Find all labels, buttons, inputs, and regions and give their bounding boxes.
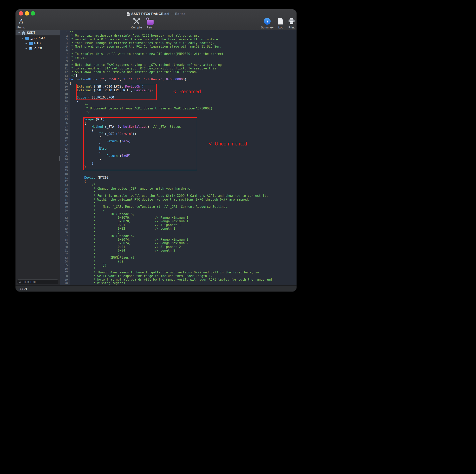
line-number: 11 (60, 67, 69, 70)
code-line: 21 /* (60, 103, 296, 107)
printer-icon (288, 18, 295, 25)
print-label: Print (289, 26, 295, 29)
line-number: 49 (60, 205, 69, 208)
code-line: 41 Device (RTC0) (60, 176, 296, 180)
line-number: 37 (60, 161, 69, 165)
line-number: 51 (60, 212, 69, 216)
line-number: 23 (60, 110, 69, 114)
log-label: Log (278, 26, 283, 29)
line-number: 33 (60, 147, 69, 151)
summary-button[interactable]: i Summary (261, 17, 274, 29)
code-line: 51 * IO (Decode16, (60, 212, 296, 216)
line-number: 9 (60, 59, 69, 63)
compile-tools-icon (133, 18, 140, 25)
code-line: 48 * (60, 201, 296, 205)
filter-tree-input[interactable]: Filter Tree (17, 279, 58, 284)
line-number: 8 (60, 56, 69, 59)
code-line: 7 * To resolve this, we'll want to creat… (60, 52, 296, 56)
code-line: 65 * }) (60, 263, 296, 267)
code-line: 68 * we'll want to expand the range to i… (60, 274, 296, 278)
line-number: 45 (60, 190, 69, 194)
code-line: 5 * Most prominently seen around the PCI… (60, 45, 296, 48)
chevron-right-icon[interactable]: ▸ (25, 42, 27, 45)
sidebar-item-rtc0[interactable]: ▸RTC0 (16, 46, 60, 51)
folder-icon (25, 36, 29, 40)
line-number: 58 (60, 238, 69, 241)
print-button[interactable]: Print (288, 17, 295, 29)
annotation-box-uncommented (83, 117, 197, 170)
code-editor[interactable]: 1/*2 * On certain motherboards(mainly As… (60, 30, 296, 285)
code-line: 63 * IRQNoFlags () (60, 256, 296, 259)
line-number: 65 (60, 263, 69, 267)
search-icon (19, 280, 22, 283)
line-number: 47 (60, 198, 69, 201)
log-button[interactable]: Log (278, 17, 284, 29)
code-line: 60 * 0x01, // Alignment 2 (60, 245, 296, 249)
code-line: 56 * ) (60, 230, 296, 234)
line-number: 7 (60, 52, 69, 56)
line-number: 35 (60, 154, 69, 158)
tree-item-label: RTC0 (34, 47, 42, 50)
info-icon: i (264, 18, 271, 25)
code-line: 2 * On certain motherboards(mainly Asus … (60, 34, 296, 37)
line-number: 16 (60, 85, 69, 88)
line-number: 22 (60, 107, 69, 110)
line-number: 63 (60, 256, 69, 259)
line-number: 6 (60, 48, 69, 52)
minimize-button[interactable] (25, 11, 29, 16)
zoom-button[interactable] (31, 11, 35, 16)
line-number: 57 (60, 234, 69, 238)
fonts-button[interactable]: A Fonts (17, 17, 25, 29)
code-line: 54 * 0x01, // Alignment 1 (60, 223, 296, 227)
patch-icon: ⚙ (147, 20, 154, 25)
toolbar: A Fonts (16, 17, 296, 30)
traffic-lights (19, 11, 35, 16)
code-line: 6 * (60, 48, 296, 52)
line-number: 24 (60, 114, 69, 118)
annotation-label-renamed: <- Renamed (173, 89, 201, 95)
code-line: 23 */ (60, 110, 296, 114)
window-title: SSDT-RTC0-RANGE.dsl (131, 12, 169, 16)
line-number: 43 (60, 183, 69, 187)
code-line: 40 (60, 172, 296, 176)
window-header: SSDT-RTC0-RANGE.dsl — Edited A Fonts (16, 9, 296, 30)
window-title-edited-suffix: — Edited (171, 12, 186, 16)
chevron-down-icon[interactable]: ▾ (21, 36, 24, 40)
chevron-right-icon[interactable]: ▸ (25, 47, 27, 50)
line-number: 20 (60, 100, 69, 103)
line-number: 41 (60, 176, 69, 180)
sidebar-item-rtc[interactable]: ▸RTC (16, 41, 60, 46)
sidebar-item-sb-pci0-l[interactable]: ▾_SB.PCI0.L... (16, 35, 60, 41)
desktop-background: SSDT-RTC0-RANGE.dsl — Edited A Fonts (0, 0, 476, 474)
line-number: 1 (60, 30, 69, 34)
line-number: 2 (60, 34, 69, 37)
line-number: 29 (60, 132, 69, 136)
chevron-down-icon[interactable]: ▾ (18, 31, 20, 34)
code-line: 42 { (60, 180, 296, 183)
filter-placeholder: Filter Tree (23, 280, 36, 283)
compile-button[interactable]: Compile (131, 17, 142, 29)
line-number: 69 (60, 278, 69, 281)
sidebar-item-ssdt[interactable]: ▾SSDT (16, 30, 60, 35)
log-document-icon (278, 18, 284, 25)
line-number: 10 (60, 63, 69, 67)
code-line: 9 * (60, 59, 296, 63)
document-proxy-icon[interactable] (127, 12, 130, 16)
line-number: 31 (60, 139, 69, 143)
titlebar: SSDT-RTC0-RANGE.dsl — Edited (16, 9, 296, 17)
line-number: 60 (60, 245, 69, 249)
code-line: 69 * Note that not all boards will be th… (60, 278, 296, 281)
line-number: 46 (60, 194, 69, 198)
patch-button[interactable]: ⚙ Patch (147, 17, 154, 29)
code-line: 67 * Though Asus seems to have forgotten… (60, 271, 296, 274)
code-line: 58 * 0x0074, // Range Minimum 2 (60, 238, 296, 241)
close-button[interactable] (19, 11, 23, 16)
maciasl-window: SSDT-RTC0-RANGE.dsl — Edited A Fonts (16, 9, 296, 291)
tree-item-label: SSDT (27, 31, 35, 35)
sidebar: ▾SSDT▾_SB.PCI0.L...▸RTC▸RTC0 Filter Tree (16, 30, 60, 285)
line-number: 5 (60, 45, 69, 48)
line-number: 36 (60, 158, 69, 161)
code-line: 3 * mapped in the RTC device. For the ma… (60, 38, 296, 41)
line-number: 70 (60, 281, 69, 285)
code-line: 61 * 0x04, // Length 2 (60, 249, 296, 252)
